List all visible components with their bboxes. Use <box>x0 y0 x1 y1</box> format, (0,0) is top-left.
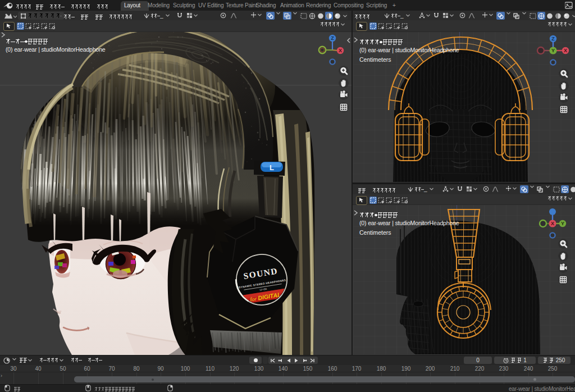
svg-text:X: X <box>551 221 554 226</box>
svg-text:L: L <box>270 163 274 172</box>
svg-text:X: X <box>564 48 567 53</box>
svg-text:Y: Y <box>551 48 555 53</box>
svg-text:Y: Y <box>561 221 564 226</box>
svg-text:Z: Z <box>551 36 555 42</box>
svg-text:for: for <box>250 295 257 303</box>
svg-text:X: X <box>339 48 342 53</box>
svg-text:Z: Z <box>331 35 334 41</box>
